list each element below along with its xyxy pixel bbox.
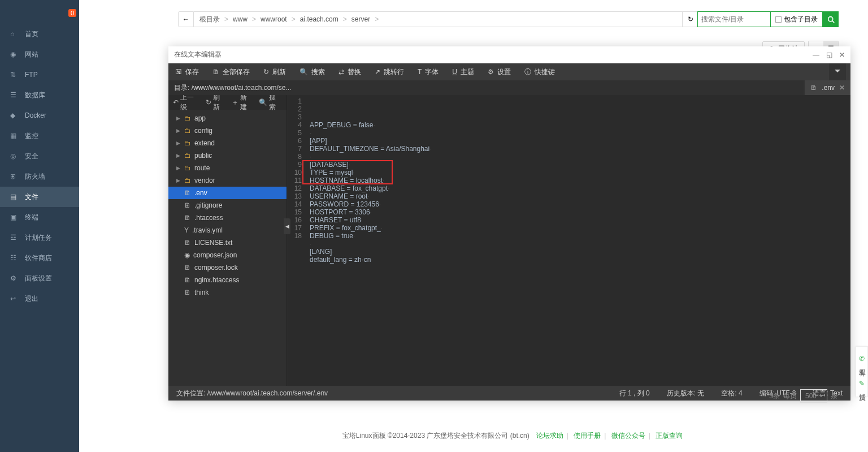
dir-label: 目录:	[174, 83, 189, 93]
code-line: CHARSET = utf8·	[310, 216, 850, 224]
footer-link-wechat[interactable]: 微信公众号	[611, 432, 645, 440]
sidebar-item-firewall[interactable]: ⛨防火墙	[0, 166, 79, 187]
editor-tab[interactable]: 🗎 .env ✕	[804, 80, 850, 95]
refresh-button[interactable]: ↻	[683, 11, 698, 27]
tree-file[interactable]: Y.travis.yml	[168, 224, 287, 236]
save-label: 保存	[185, 67, 199, 77]
collapse-tree-handle[interactable]: ◀	[284, 218, 290, 234]
folder-icon: 🗀	[184, 152, 191, 160]
sidebar-item-ftp[interactable]: ⇅FTP	[0, 64, 79, 85]
tree-folder[interactable]: ▶🗀public	[168, 149, 287, 162]
crumb[interactable]: server	[351, 15, 370, 23]
shortcut-label: 快捷键	[535, 67, 555, 77]
per-page-select[interactable]: 500	[800, 389, 827, 403]
tree-file[interactable]: 🗎nginx.htaccess	[168, 274, 287, 286]
save-button[interactable]: 🖫保存	[168, 63, 206, 80]
code-area[interactable]: APP_DEBUG = false··[APP]·DEFAULT_TIMEZON…	[305, 95, 850, 386]
tree-file[interactable]: 🗎LICENSE.txt	[168, 236, 287, 249]
sidebar-item-db[interactable]: ☰数据库	[0, 85, 79, 105]
folder-icon: 🗀	[184, 127, 191, 135]
goto-icon: ↗	[375, 68, 380, 76]
minimize-icon[interactable]: —	[813, 51, 819, 59]
tree-folder[interactable]: ▶🗀route	[168, 162, 287, 174]
include-subdirs-label: 包含子目录	[784, 15, 818, 24]
tree-folder[interactable]: ▶🗀app	[168, 112, 287, 124]
sidebar-item-files[interactable]: ▤文件	[0, 187, 79, 207]
file-icon: 🗎	[810, 84, 817, 92]
sidebar-item-logout[interactable]: ↩退出	[0, 289, 79, 309]
settings-button[interactable]: ⚙设置	[481, 63, 518, 80]
search-button[interactable]	[823, 11, 839, 27]
sidebar-item-security[interactable]: ◎安全	[0, 146, 79, 166]
tab-close-icon[interactable]: ✕	[839, 84, 845, 92]
gear-icon: ⚙	[488, 68, 494, 76]
tree-file[interactable]: 🗎think	[168, 286, 287, 299]
search-area: 包含子目录	[697, 11, 839, 27]
line-gutter: 123456789101112131415161718	[287, 95, 305, 386]
path-crumbs[interactable]: 根目录> www> wwwroot> ai.teach.com> server>	[194, 11, 683, 27]
tree-folder[interactable]: ▶🗀config	[168, 124, 287, 137]
tree-new-button[interactable]: ＋ 新建	[232, 95, 253, 112]
sidebar-item-home[interactable]: ⌂首页	[0, 24, 79, 44]
tree-search-button[interactable]: 🔍 搜索	[259, 95, 282, 112]
status-history[interactable]: 历史版本: 无	[667, 389, 705, 398]
globe-icon: ◉	[10, 50, 19, 58]
sidebar-item-docker[interactable]: ◆Docker	[0, 105, 79, 126]
sidebar-item-terminal[interactable]: ▣终端	[0, 207, 79, 227]
tree-folder[interactable]: ▶🗀extend	[168, 137, 287, 149]
include-subdirs-checkbox[interactable]: 包含子目录	[771, 11, 823, 27]
tree-file[interactable]: ◉composer.json	[168, 249, 287, 261]
file-list-footer: 5条 每页 500 条	[769, 389, 837, 403]
sidebar-item-store[interactable]: ☷软件商店	[0, 248, 79, 268]
tree-file[interactable]: 🗎.htaccess	[168, 212, 287, 224]
kf-button[interactable]: ✆客服	[856, 347, 867, 372]
tree-up-button[interactable]: ↶ 上一级	[173, 95, 200, 112]
file-icon: ▤	[10, 193, 19, 201]
status-rowcol[interactable]: 行 1 , 列 0	[619, 389, 650, 398]
sidebar-item-cron[interactable]: ☲计划任务	[0, 227, 79, 248]
tree-file[interactable]: 🗎.gitignore	[168, 199, 287, 212]
ftp-icon: ⇅	[10, 71, 19, 79]
tree-folder[interactable]: ▶🗀vendor	[168, 174, 287, 187]
close-icon[interactable]: ✕	[839, 51, 845, 59]
sidebar-item-settings[interactable]: ⚙面板设置	[0, 268, 79, 289]
footer-count: 5条	[769, 391, 780, 401]
crumb-root[interactable]: 根目录	[199, 15, 220, 24]
theme-button[interactable]: U主题	[445, 63, 481, 80]
sidebar-item-site[interactable]: ◉网站	[0, 44, 79, 64]
crumb[interactable]: www	[233, 15, 248, 23]
goto-label: 跳转行	[384, 67, 404, 77]
edit-icon: ✎	[859, 380, 865, 388]
sidebar-item-monitor[interactable]: ▦监控	[0, 126, 79, 146]
status-spaces[interactable]: 空格: 4	[721, 389, 742, 398]
refresh-button[interactable]: ↻刷新	[257, 63, 293, 80]
tree-file[interactable]: 🗎composer.lock	[168, 261, 287, 274]
file-icon: ◉	[184, 251, 190, 259]
tree-file[interactable]: 🗎.env	[168, 187, 287, 199]
footer-link-forum[interactable]: 论坛求助	[536, 432, 563, 440]
code-line: DATABASE = fox_chatgpt·	[310, 184, 850, 192]
search-input[interactable]	[697, 11, 771, 27]
font-button[interactable]: T字体	[411, 63, 445, 80]
crumb[interactable]: ai.teach.com	[300, 15, 338, 23]
notification-badge[interactable]: 0	[68, 9, 76, 17]
back-button[interactable]: ←	[178, 11, 194, 27]
feedback-button[interactable]: ✎反馈	[856, 372, 867, 397]
search-button[interactable]: 🔍搜索	[293, 63, 332, 80]
tree-refresh-button[interactable]: ↻ 刷新	[206, 95, 226, 112]
cron-icon: ☲	[10, 234, 19, 242]
goto-button[interactable]: ↗跳转行	[368, 63, 411, 80]
shortcut-button[interactable]: ⓘ快捷键	[518, 63, 562, 80]
sidebar-item-label: 网站	[25, 50, 38, 59]
page-footer: 宝塔Linux面板 ©2014-2023 广东堡塔安全技术有限公司 (bt.cn…	[158, 431, 868, 441]
tree-label: nginx.htaccess	[194, 276, 239, 284]
sidebar-item-label: 数据库	[25, 91, 45, 100]
toolbar-more[interactable]	[829, 63, 846, 80]
saveall-button[interactable]: 🗎全部保存	[206, 63, 257, 80]
crumb[interactable]: wwwroot	[261, 15, 287, 23]
footer-link-verify[interactable]: 正版查询	[656, 432, 683, 440]
replace-button[interactable]: ⇄替换	[332, 63, 368, 80]
sidebar-item-label: FTP	[25, 71, 38, 79]
maximize-icon[interactable]: ◱	[826, 51, 832, 59]
footer-link-manual[interactable]: 使用手册	[574, 432, 601, 440]
